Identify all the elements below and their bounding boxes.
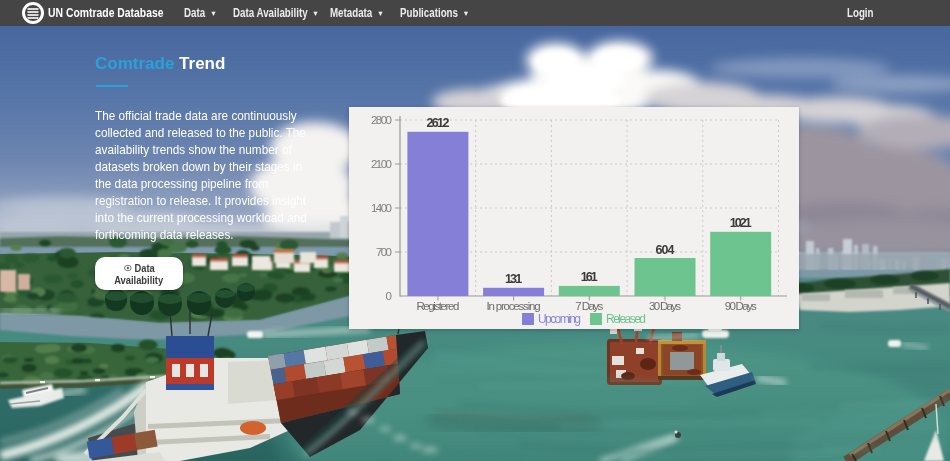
svg-text:Released: Released [606, 312, 646, 326]
svg-text:161: 161 [581, 270, 598, 284]
svg-text:2100: 2100 [371, 158, 392, 170]
svg-text:604: 604 [656, 243, 675, 257]
svg-text:Upcoming: Upcoming [538, 312, 581, 326]
svg-text:1400: 1400 [371, 202, 392, 214]
svg-text:In processing: In processing [487, 300, 541, 312]
svg-text:2800: 2800 [371, 114, 392, 126]
svg-text:0: 0 [386, 290, 392, 302]
svg-text:7 Days: 7 Days [575, 300, 603, 312]
svg-text:2612: 2612 [426, 116, 449, 130]
svg-text:700: 700 [376, 246, 392, 258]
svg-text:Registered: Registered [416, 300, 459, 312]
svg-text:1021: 1021 [730, 216, 752, 230]
svg-text:30 Days: 30 Days [649, 300, 681, 312]
svg-text:131: 131 [505, 272, 522, 286]
svg-text:90 Days: 90 Days [725, 300, 757, 312]
